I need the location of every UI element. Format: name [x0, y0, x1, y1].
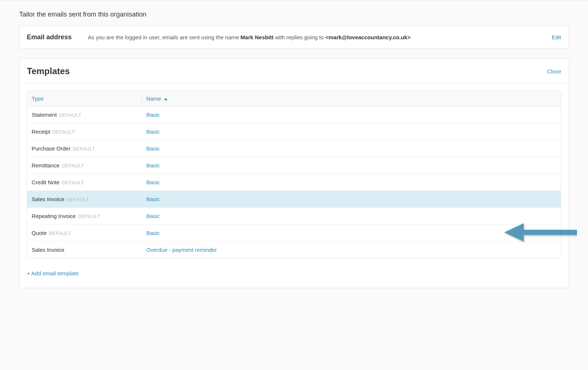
email-address-card: Email address As you are the logged in u…: [19, 26, 569, 49]
type-label: Sales Invoice: [32, 247, 64, 253]
template-name-link[interactable]: Basic: [146, 162, 160, 168]
templates-card: Templates Close Type Name: [19, 58, 569, 288]
cell-type: Sales Invoice: [27, 241, 142, 258]
template-name-link[interactable]: Basic: [146, 230, 160, 236]
type-label: Sales Invoice: [32, 196, 64, 202]
table-row[interactable]: RemittanceDEFAULTBasic: [27, 157, 561, 174]
cell-name: Basic: [142, 140, 561, 157]
type-label: Quote: [32, 230, 47, 236]
type-label: Remittance: [32, 162, 60, 168]
cell-name: Basic: [142, 191, 561, 207]
desc-username: Mark Nesbitt: [240, 34, 273, 40]
template-name-link[interactable]: Overdue - payment reminder: [146, 247, 217, 253]
templates-table: Type Name StatementDEFAULTBasicReceiptDE…: [27, 91, 561, 258]
cell-name: Overdue - payment reminder: [142, 241, 561, 258]
close-templates-link[interactable]: Close: [547, 68, 561, 75]
template-name-link[interactable]: Basic: [146, 179, 160, 185]
cell-type: StatementDEFAULT: [27, 106, 142, 123]
desc-middle: with replies going to: [273, 34, 325, 40]
type-label: Repeating Invoice: [32, 213, 76, 219]
sort-asc-icon: [164, 98, 168, 100]
default-badge: DEFAULT: [62, 163, 84, 168]
table-row[interactable]: ReceiptDEFAULTBasic: [27, 123, 561, 140]
table-row[interactable]: QuoteDEFAULTBasic: [27, 224, 561, 241]
column-header-type[interactable]: Type: [27, 91, 142, 106]
cell-type: ReceiptDEFAULT: [27, 123, 142, 140]
cell-type: RemittanceDEFAULT: [27, 157, 142, 174]
cell-type: Sales InvoiceDEFAULT: [27, 191, 142, 207]
cell-type: Purchase OrderDEFAULT: [27, 140, 142, 157]
default-badge: DEFAULT: [62, 180, 84, 185]
column-header-name[interactable]: Name: [142, 91, 561, 106]
table-row[interactable]: StatementDEFAULTBasic: [27, 106, 561, 123]
edit-email-link[interactable]: Edit: [552, 34, 561, 40]
type-label: Statement: [32, 112, 57, 118]
templates-title: Templates: [27, 66, 70, 76]
default-badge: DEFAULT: [67, 197, 89, 202]
default-badge: DEFAULT: [53, 129, 75, 135]
cell-name: Basic: [142, 174, 561, 191]
template-name-link[interactable]: Basic: [146, 196, 160, 202]
template-name-link[interactable]: Basic: [146, 112, 160, 118]
column-header-type-label: Type: [32, 95, 44, 102]
cell-name: Basic: [142, 224, 561, 241]
cell-name: Basic: [142, 123, 561, 140]
cell-name: Basic: [142, 106, 561, 123]
default-badge: DEFAULT: [78, 214, 100, 219]
type-label: Credit Note: [32, 179, 60, 185]
table-row[interactable]: Sales InvoiceOverdue - payment reminder: [27, 241, 561, 258]
default-badge: DEFAULT: [59, 112, 81, 118]
default-badge: DEFAULT: [73, 146, 95, 152]
table-row[interactable]: Purchase OrderDEFAULTBasic: [27, 140, 561, 157]
desc-prefix: As you are the logged in user, emails ar…: [88, 34, 240, 40]
default-badge: DEFAULT: [49, 231, 71, 236]
table-row[interactable]: Sales InvoiceDEFAULTBasic: [27, 191, 561, 207]
template-name-link[interactable]: Basic: [146, 128, 160, 135]
cell-name: Basic: [142, 157, 561, 174]
cell-type: Credit NoteDEFAULT: [27, 174, 142, 191]
cell-type: Repeating InvoiceDEFAULT: [27, 207, 142, 224]
page-subtitle: Tailor the emails sent from this organis…: [19, 0, 569, 26]
desc-email: <mark@loveaccountancy.co.uk>: [325, 34, 410, 40]
cell-name: Basic: [142, 207, 561, 224]
add-email-template-link[interactable]: + Add email template: [19, 258, 86, 276]
email-address-label: Email address: [27, 33, 72, 41]
email-address-description: As you are the logged in user, emails ar…: [88, 34, 535, 40]
table-row[interactable]: Credit NoteDEFAULTBasic: [27, 174, 561, 191]
template-name-link[interactable]: Basic: [146, 145, 160, 152]
template-name-link[interactable]: Basic: [146, 213, 160, 219]
cell-type: QuoteDEFAULT: [27, 224, 142, 241]
table-row[interactable]: Repeating InvoiceDEFAULTBasic: [27, 207, 561, 224]
column-header-name-label: Name: [146, 95, 161, 102]
type-label: Receipt: [32, 128, 50, 135]
type-label: Purchase Order: [32, 145, 71, 152]
